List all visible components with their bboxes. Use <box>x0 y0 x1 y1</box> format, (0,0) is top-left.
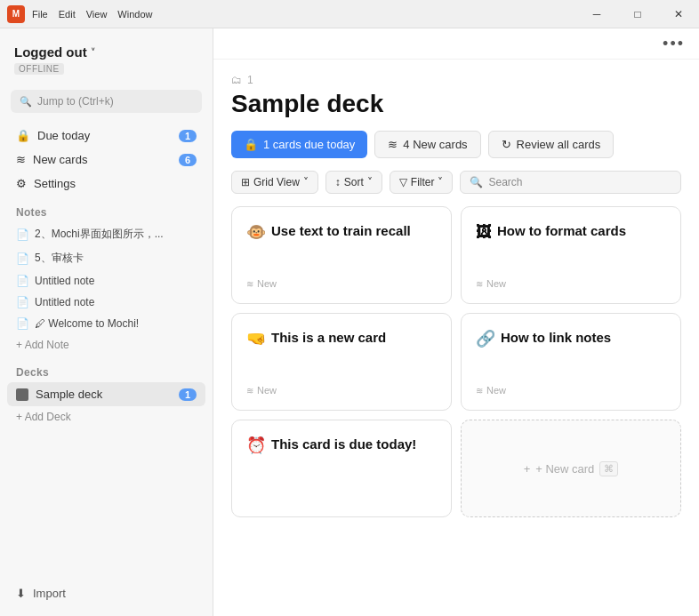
close-button[interactable]: ✕ <box>658 0 699 28</box>
window-controls: ─ □ ✕ <box>576 0 699 28</box>
review-all-button[interactable]: ↻ Review all cards <box>488 131 615 158</box>
notes-section-label: Notes <box>0 196 213 222</box>
card-item-3[interactable]: 🔗 How to link notes ≋ New <box>461 313 681 411</box>
card-text-2: This is a new card <box>271 328 386 347</box>
note-label-1: 5、审核卡 <box>35 251 84 266</box>
card-title-4: ⏰ This card is due today! <box>246 435 437 457</box>
decks-list: Sample deck 1 + Add Deck <box>0 382 213 428</box>
jump-to-search[interactable]: 🔍 Jump to (Ctrl+k) <box>11 90 202 113</box>
card-text-3: How to link notes <box>501 328 611 347</box>
notes-list: 📄 2、Mochi界面如图所示，... 📄 5、审核卡 📄 Untitled n… <box>0 222 213 356</box>
card-emoji-4: ⏰ <box>246 435 266 457</box>
chevron-down-icon: ˅ <box>438 176 443 188</box>
stack-icon: ≋ <box>388 138 398 151</box>
menu-view[interactable]: View <box>86 9 108 20</box>
sidebar-item-due-today[interactable]: 🔒 Due today 1 <box>7 124 205 148</box>
card-status-text-1: New <box>486 278 506 289</box>
sidebar-bottom: ⬇ Import <box>0 574 213 605</box>
note-item-3[interactable]: 📄 Untitled note <box>7 292 205 313</box>
profile-status: OFFLINE <box>14 63 64 75</box>
filter-label: Filter <box>411 176 435 188</box>
card-status-2: ≋ New <box>246 385 437 396</box>
titlebar: M File Edit View Window ─ □ ✕ <box>0 0 699 28</box>
card-search[interactable]: 🔍 Search <box>460 171 681 194</box>
status-icon: ≋ <box>476 279 483 289</box>
due-today-badge: 1 <box>179 130 197 142</box>
cards-grid: 🐵 Use text to train recall ≋ New 🖼 How t… <box>231 206 681 517</box>
new-card-button[interactable]: + + New card ⌘ <box>461 420 681 517</box>
import-button[interactable]: ⬇ Import <box>7 581 205 605</box>
status-icon: ≋ <box>476 386 483 396</box>
note-item-0[interactable]: 📄 2、Mochi界面如图所示，... <box>7 222 205 246</box>
note-item-1[interactable]: 📄 5、审核卡 <box>7 246 205 270</box>
search-placeholder: Search <box>488 176 522 188</box>
card-status-text-0: New <box>257 278 277 289</box>
chevron-down-icon: ˅ <box>367 176 373 188</box>
lock-icon: 🔒 <box>244 138 258 151</box>
profile-name[interactable]: Logged out ˅ <box>14 44 198 60</box>
card-item-1[interactable]: 🖼 How to format cards ≋ New <box>461 206 681 304</box>
decks-section-label: Decks <box>0 356 213 382</box>
note-item-2[interactable]: 📄 Untitled note <box>7 270 205 292</box>
import-icon: ⬇ <box>16 587 26 600</box>
card-status-3: ≋ New <box>476 385 666 396</box>
card-status-1: ≋ New <box>476 278 666 289</box>
add-note-button[interactable]: + Add Note <box>7 334 205 356</box>
new-cards-button[interactable]: ≋ 4 New cards <box>374 131 480 158</box>
card-text-1: How to format cards <box>497 221 626 240</box>
sidebar-item-new-cards[interactable]: ≋ New cards 6 <box>7 148 205 172</box>
settings-icon: ⚙ <box>16 177 27 190</box>
sort-button[interactable]: ↕ Sort ˅ <box>325 171 382 194</box>
profile-section: Logged out ˅ OFFLINE <box>0 39 213 86</box>
deck-number: 1 <box>247 74 253 86</box>
card-title-1: 🖼 How to format cards <box>476 221 666 244</box>
profile-chevron-icon: ˅ <box>91 47 95 57</box>
toolbar: ⊞ Grid View ˅ ↕ Sort ˅ ▽ Filter ˅ 🔍 Sear… <box>231 171 681 194</box>
minimize-button[interactable]: ─ <box>576 0 617 28</box>
note-icon: 📄 <box>16 296 29 308</box>
menu-file[interactable]: File <box>32 9 48 20</box>
main-content: ••• 🗂 1 Sample deck 🔒 1 cards due today … <box>213 28 699 616</box>
content-area: 🗂 1 Sample deck 🔒 1 cards due today ≋ 4 … <box>213 60 699 616</box>
maximize-button[interactable]: □ <box>617 0 658 28</box>
new-cards-badge: 6 <box>179 154 197 166</box>
sidebar: Logged out ˅ OFFLINE 🔍 Jump to (Ctrl+k) … <box>0 28 213 616</box>
grid-view-label: Grid View <box>253 176 300 188</box>
note-label-0: 2、Mochi界面如图所示，... <box>35 227 164 242</box>
titlebar-left: M File Edit View Window <box>7 5 152 23</box>
deck-color-icon <box>16 388 28 401</box>
note-icon: 📄 <box>16 228 29 241</box>
add-deck-button[interactable]: + Add Deck <box>7 406 205 428</box>
note-label-3: Untitled note <box>35 296 94 308</box>
card-item-4[interactable]: ⏰ This card is due today! <box>231 420 452 517</box>
titlebar-menu[interactable]: File Edit View Window <box>32 9 152 20</box>
new-card-label: + New card <box>535 462 594 476</box>
menu-window[interactable]: Window <box>117 9 152 20</box>
sidebar-nav: 🔒 Due today 1 ≋ New cards 6 ⚙ Settings <box>0 124 213 196</box>
deck-folder-icon: 🗂 <box>231 74 242 86</box>
app-logo: M <box>7 5 25 23</box>
card-item-0[interactable]: 🐵 Use text to train recall ≋ New <box>231 206 452 304</box>
due-today-btn-label: 1 cards due today <box>263 138 355 151</box>
deck-item-sample[interactable]: Sample deck 1 <box>7 382 205 406</box>
add-deck-label: + Add Deck <box>16 411 71 423</box>
menu-edit[interactable]: Edit <box>59 9 76 20</box>
grid-view-button[interactable]: ⊞ Grid View ˅ <box>231 171 318 194</box>
new-cards-icon: ≋ <box>16 153 26 166</box>
sort-icon: ↕ <box>335 176 341 188</box>
card-text-0: Use text to train recall <box>271 221 411 240</box>
due-today-button[interactable]: 🔒 1 cards due today <box>231 131 367 158</box>
sort-label: Sort <box>344 176 364 188</box>
card-item-2[interactable]: 🤜 This is a new card ≋ New <box>231 313 452 411</box>
jump-to-label: Jump to (Ctrl+k) <box>37 95 114 108</box>
card-status-0: ≋ New <box>246 278 437 289</box>
note-item-4[interactable]: 📄 🖊 Welcome to Mochi! <box>7 313 205 334</box>
card-emoji-3: 🔗 <box>476 328 495 350</box>
card-title-0: 🐵 Use text to train recall <box>246 221 437 244</box>
filter-button[interactable]: ▽ Filter ˅ <box>390 171 454 194</box>
status-icon: ≋ <box>246 279 253 289</box>
note-label-2: Untitled note <box>35 275 94 287</box>
more-options-button[interactable]: ••• <box>663 36 685 52</box>
status-icon: ≋ <box>246 386 253 396</box>
sidebar-item-settings[interactable]: ⚙ Settings <box>7 172 205 196</box>
